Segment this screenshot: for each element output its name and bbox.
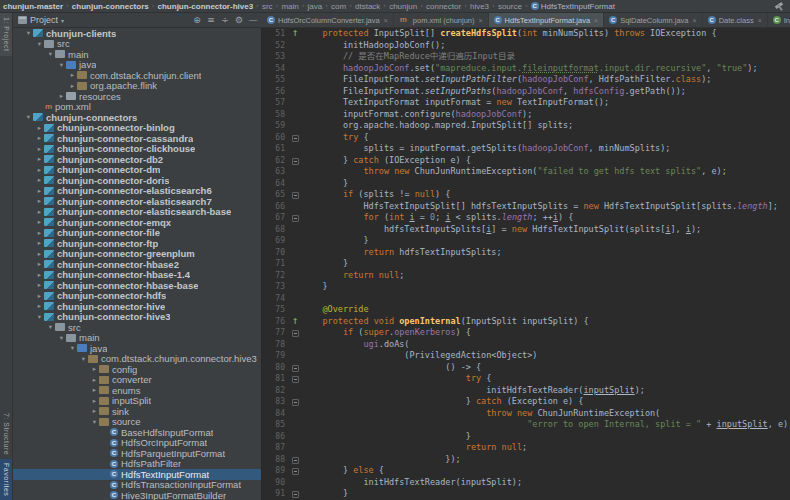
tree-collapse-icon[interactable]: ▾ (24, 113, 33, 121)
tree-collapse-icon[interactable]: ▾ (79, 355, 88, 363)
breadcrumb-item[interactable]: main (281, 2, 298, 11)
code-editor[interactable]: 51↑ protected InputSplit[] createHdfsSpl… (262, 28, 790, 500)
fold-region-icon[interactable] (292, 135, 299, 142)
tree-item-chunjun-clients[interactable]: ▾chunjun-clients (13, 28, 261, 39)
tree-item-converter[interactable]: ▸converter (13, 375, 261, 386)
tree-item-chunjun-connector-dm[interactable]: ▸chunjun-connector-dm (13, 165, 261, 176)
tree-expand-icon[interactable]: ▸ (90, 407, 99, 415)
tree-item-com-dtstack-chunjun-client[interactable]: ▸com.dtstack.chunjun.client (13, 70, 261, 81)
tree-collapse-icon[interactable]: ▾ (24, 29, 33, 37)
tree-item-pom-xml[interactable]: mpom.xml (13, 102, 261, 113)
fold-region-icon[interactable] (292, 376, 299, 383)
tree-expand-icon[interactable]: ▸ (35, 155, 44, 163)
tree-item-hive3inputformatbuilder[interactable]: CHive3InputFormatBuilder (13, 490, 261, 500)
tree-item-chunjun-connector-clickhouse[interactable]: ▸chunjun-connector-clickhouse (13, 144, 261, 155)
breadcrumb-item[interactable]: chunjun (389, 2, 417, 11)
tree-item-src[interactable]: ▾src (13, 322, 261, 333)
breadcrumb-item[interactable]: com (331, 2, 346, 11)
tree-item-hdfsorcinputformat[interactable]: CHdfsOrcInputFormat (13, 438, 261, 449)
build-hammer-icon[interactable] (774, 1, 785, 12)
tree-item-chunjun-connector-hive[interactable]: ▸chunjun-connector-hive (13, 301, 261, 312)
tree-item-chunjun-connector-ftp[interactable]: ▸chunjun-connector-ftp (13, 238, 261, 249)
close-tab-icon[interactable]: × (594, 17, 598, 24)
tree-item-chunjun-connector-elasticsearch-base[interactable]: ▸chunjun-connector-elasticsearch-base (13, 207, 261, 218)
close-tab-icon[interactable]: × (693, 17, 697, 24)
tree-collapse-icon[interactable]: ▾ (35, 40, 44, 48)
tree-item-chunjun-connector-hbase2[interactable]: ▸chunjun-connector-hbase2 (13, 259, 261, 270)
tree-item-chunjun-connector-binlog[interactable]: ▸chunjun-connector-binlog (13, 123, 261, 134)
breadcrumb-item[interactable]: source (498, 2, 522, 11)
fold-region-icon[interactable] (292, 365, 299, 372)
tree-expand-icon[interactable]: ▸ (35, 187, 44, 195)
tree-expand-icon[interactable]: ▸ (35, 166, 44, 174)
tree-collapse-icon[interactable]: ▾ (35, 313, 44, 321)
breadcrumb-item[interactable]: hive3 (470, 2, 489, 11)
fold-region-icon[interactable] (292, 330, 299, 337)
close-tab-icon[interactable]: × (479, 17, 483, 24)
fold-region-icon[interactable] (292, 491, 299, 498)
tree-item-chunjun-connector-doris[interactable]: ▸chunjun-connector-doris (13, 175, 261, 186)
tree-collapse-icon[interactable]: ▾ (46, 50, 55, 58)
tree-item-src[interactable]: ▾src (13, 39, 261, 50)
tree-expand-icon[interactable]: ▸ (35, 197, 44, 205)
tab-inputformat-class[interactable]: CInputFormat.class× (768, 13, 790, 27)
tree-item-chunjun-connector-hbase-1-4[interactable]: ▸chunjun-connector-hbase-1.4 (13, 270, 261, 281)
tree-item-chunjun-connector-greenplum[interactable]: ▸chunjun-connector-greenplum (13, 249, 261, 260)
project-panel-title[interactable]: Project (30, 15, 58, 25)
tree-expand-icon[interactable]: ▸ (90, 376, 99, 384)
tree-item-hdfspathfilter[interactable]: CHdfsPathFilter (13, 459, 261, 470)
chevron-down-icon[interactable]: ▾ (61, 17, 64, 24)
close-tab-icon[interactable]: × (384, 17, 388, 24)
tab-hdfstextinputformat-java[interactable]: CHdfsTextInputFormat.java× (489, 13, 605, 27)
fold-region-icon[interactable] (292, 215, 299, 222)
tree-expand-icon[interactable]: ▸ (35, 302, 44, 310)
settings-gear-icon[interactable]: ⚙ (232, 15, 246, 25)
tool-stripe-favorites[interactable]: Favorites (0, 459, 12, 500)
tree-item-chunjun-connector-hive3[interactable]: ▾chunjun-connector-hive3 (13, 312, 261, 323)
tree-item-chunjun-connectors[interactable]: ▾chunjun-connectors (13, 112, 261, 123)
tree-item-com-dtstack-chunjun-connector-hive3[interactable]: ▾com.dtstack.chunjun.connector.hive3 (13, 354, 261, 365)
breadcrumb-item[interactable]: dtstack (355, 2, 380, 11)
tree-expand-icon[interactable]: ▸ (35, 271, 44, 279)
tree-item-hdfstextinputformat[interactable]: CHdfsTextInputFormat (13, 469, 261, 480)
tree-item-chunjun-connector-emqx[interactable]: ▸chunjun-connector-emqx (13, 217, 261, 228)
tree-collapse-icon[interactable]: ▾ (46, 323, 55, 331)
tree-expand-icon[interactable]: ▸ (35, 229, 44, 237)
tree-expand-icon[interactable]: ▸ (35, 292, 44, 300)
tree-item-enums[interactable]: ▸enums (13, 385, 261, 396)
tab-hdfsorccolumnconverter-java[interactable]: CHdfsOrcColumnConverter.java× (262, 13, 394, 27)
tree-item-hdfsparquetinputformat[interactable]: CHdfsParquetInputFormat (13, 448, 261, 459)
tree-expand-icon[interactable]: ▸ (68, 71, 77, 79)
tree-item-chunjun-connector-elasticsearch6[interactable]: ▸chunjun-connector-elasticsearch6 (13, 186, 261, 197)
tree-expand-icon[interactable]: ▸ (35, 145, 44, 153)
breadcrumb-item[interactable]: chunjun-connector-hive3 (158, 2, 254, 11)
expand-collapse-icon[interactable]: ÷ (218, 15, 232, 25)
tab-date-class[interactable]: CDate.class× (703, 13, 768, 27)
tree-item-org-apache-flink[interactable]: ▸org.apache.flink (13, 81, 261, 92)
tree-collapse-icon[interactable]: ▾ (68, 344, 77, 352)
tree-collapse-icon[interactable]: ▾ (90, 418, 99, 426)
tree-item-main[interactable]: ▾main (13, 49, 261, 60)
fold-region-icon[interactable] (292, 158, 299, 165)
tree-expand-icon[interactable]: ▸ (35, 260, 44, 268)
tree-expand-icon[interactable]: ▸ (35, 208, 44, 216)
breadcrumb-item[interactable]: src (262, 2, 273, 11)
breadcrumb-item[interactable]: java (308, 2, 323, 11)
override-method-gutter-icon[interactable]: ↑ (292, 317, 299, 326)
tree-collapse-icon[interactable]: ▾ (57, 61, 66, 69)
tool-stripe-1-project[interactable]: 1: Project (0, 13, 12, 56)
fold-region-icon[interactable] (292, 399, 299, 406)
tree-item-resources[interactable]: ▸resources (13, 91, 261, 102)
tree-expand-icon[interactable]: ▸ (57, 92, 66, 100)
tree-item-chunjun-connector-file[interactable]: ▸chunjun-connector-file (13, 228, 261, 239)
collapse-all-icon[interactable]: ≡ (204, 15, 218, 25)
tree-item-chunjun-connector-db2[interactable]: ▸chunjun-connector-db2 (13, 154, 261, 165)
tree-expand-icon[interactable]: ▸ (68, 82, 77, 90)
override-method-gutter-icon[interactable]: ↑ (292, 29, 299, 38)
fold-region-icon[interactable] (292, 468, 299, 475)
tree-item-java[interactable]: ▾java (13, 60, 261, 71)
tree-expand-icon[interactable]: ▸ (35, 134, 44, 142)
close-tab-icon[interactable]: × (758, 17, 762, 24)
tree-expand-icon[interactable]: ▸ (35, 218, 44, 226)
tree-item-chunjun-connector-elasticsearch7[interactable]: ▸chunjun-connector-elasticsearch7 (13, 196, 261, 207)
